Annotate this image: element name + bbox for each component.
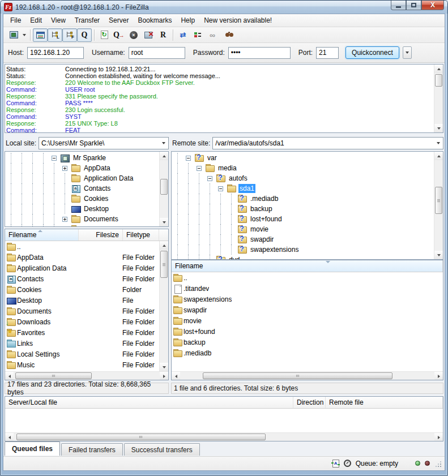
scroll-thumb[interactable] <box>160 179 168 195</box>
scroll-thumb[interactable] <box>160 251 168 278</box>
directory-comparison-button[interactable]: ⇄ <box>176 28 190 42</box>
queue-column-header-remote-file[interactable]: Remote file <box>326 397 443 408</box>
find-files-button[interactable] <box>220 28 234 42</box>
toggle-message-log-button[interactable] <box>33 28 48 42</box>
speed-limits-icon[interactable] <box>344 460 351 467</box>
log-vertical-scrollbar[interactable] <box>434 65 443 132</box>
remote-tree-item-lost-found[interactable]: ?lost+found <box>172 214 433 224</box>
local-list-horizontal-scrollbar[interactable] <box>5 371 168 380</box>
port-input[interactable] <box>316 47 339 59</box>
column-header-filename[interactable]: Filename <box>5 229 79 241</box>
cancel-button[interactable]: × <box>126 28 141 42</box>
file-row-cookies[interactable]: CookiesFolder <box>6 284 159 295</box>
scroll-down-button[interactable] <box>160 218 169 226</box>
file-row-local-settings[interactable]: Local SettingsFile Folder <box>6 349 159 359</box>
synchronized-browsing-button[interactable]: ∞ <box>205 28 220 42</box>
local-tree-item-mr-sparkle[interactable]: Mr Sparkle <box>6 153 159 163</box>
scroll-right-button[interactable] <box>160 372 168 380</box>
file-row-titandev[interactable]: .titandev <box>172 283 442 294</box>
expand-plus-icon[interactable] <box>62 166 67 171</box>
scroll-up-button[interactable] <box>434 152 443 160</box>
process-queue-button[interactable]: Q→ <box>112 28 126 42</box>
scroll-up-button[interactable] <box>160 241 169 250</box>
menu-item-help[interactable]: Help <box>176 15 199 26</box>
scroll-down-button[interactable] <box>434 124 443 132</box>
column-header-filename[interactable]: Filename <box>172 260 443 272</box>
local-tree-item-appdata[interactable]: AppData <box>6 163 159 173</box>
tab-successful-transfers[interactable]: Successful transfers <box>124 443 200 456</box>
remote-tree-item-swapdir[interactable]: ?swapdir <box>172 234 433 245</box>
scroll-up-button[interactable] <box>160 152 169 160</box>
remote-tree-vertical-scrollbar[interactable] <box>434 152 443 259</box>
title-bar[interactable]: Fz 192.168.1.20 - root@192.168.1.20 - Fi… <box>1 1 447 14</box>
queue-column-header-server-local-file[interactable]: Server/Local file <box>5 397 293 408</box>
local-tree-item-contacts[interactable]: Contacts <box>6 183 159 194</box>
local-tree-item-downloads[interactable]: ↓Downloads <box>6 224 159 226</box>
directory-listing-filters-button[interactable] <box>190 28 205 42</box>
menu-item-edit[interactable]: Edit <box>25 15 46 26</box>
toggle-queue-button[interactable]: Q <box>77 28 92 42</box>
local-tree-item-desktop[interactable]: Desktop <box>6 204 159 214</box>
menu-item-file[interactable]: File <box>6 15 25 26</box>
scroll-right-button[interactable] <box>434 372 443 380</box>
remote-site-combo[interactable]: /var/media/autofs/sda1 <box>212 137 443 149</box>
remote-tree-item-media[interactable]: media <box>172 163 433 173</box>
file-row-links[interactable]: LinksFile Folder <box>6 338 159 349</box>
username-input[interactable] <box>129 47 185 59</box>
quickconnect-dropdown-button[interactable] <box>403 46 412 59</box>
site-manager-dropdown[interactable] <box>21 28 28 42</box>
scroll-thumb[interactable] <box>203 372 392 379</box>
file-row-favorites[interactable]: ★FavoritesFile Folder <box>6 327 159 338</box>
remote-tree-item-mediadb[interactable]: ?.mediadb <box>172 194 433 204</box>
scroll-up-button[interactable] <box>434 65 443 73</box>
remote-tree-item-var[interactable]: ?var <box>172 153 433 163</box>
menu-item-new-version-available[interactable]: New version available! <box>199 15 276 26</box>
toggle-local-tree-button[interactable]: L <box>48 28 62 42</box>
scroll-left-button[interactable] <box>172 372 180 380</box>
reconnect-button[interactable]: R <box>156 28 170 42</box>
maximize-button[interactable] <box>406 1 421 10</box>
collapse-minus-icon[interactable] <box>52 156 57 161</box>
local-list-vertical-scrollbar[interactable] <box>159 241 168 371</box>
tab-queued-files[interactable]: Queued files <box>5 441 60 456</box>
file-row-downloads[interactable]: ↓DownloadsFile Folder <box>6 316 159 327</box>
file-row-desktop[interactable]: DesktopFile <box>6 295 159 306</box>
scroll-down-button[interactable] <box>160 363 169 371</box>
queue-horizontal-scrollbar[interactable] <box>5 432 443 441</box>
menu-item-view[interactable]: View <box>46 15 70 26</box>
remote-tree-item-backup[interactable]: ?backup <box>172 204 433 214</box>
file-row-[interactable]: .. <box>172 272 442 283</box>
password-input[interactable] <box>228 47 291 59</box>
expand-plus-icon[interactable] <box>62 217 67 222</box>
resize-grip[interactable] <box>434 460 441 467</box>
file-row-lost-found[interactable]: lost+found <box>172 326 442 337</box>
minimize-button[interactable] <box>391 1 406 10</box>
local-tree-vertical-scrollbar[interactable] <box>159 152 168 226</box>
scroll-right-button[interactable] <box>434 433 443 441</box>
file-row-backup[interactable]: backup <box>172 337 442 348</box>
scroll-left-button[interactable] <box>5 372 14 380</box>
refresh-button[interactable]: ↻ <box>97 28 112 42</box>
remote-tree-item-autofs[interactable]: ?autofs <box>172 173 433 183</box>
local-site-combo[interactable]: C:\Users\Mr Sparkle\ <box>39 137 169 149</box>
local-tree-item-cookies[interactable]: Cookies <box>6 194 159 204</box>
scroll-thumb[interactable] <box>16 434 266 440</box>
collapse-minus-icon[interactable] <box>207 176 212 181</box>
host-input[interactable] <box>27 47 84 59</box>
file-row-mediadb[interactable]: .mediadb <box>172 348 442 358</box>
file-row-[interactable]: .. <box>6 241 159 252</box>
remote-tree-item-movie[interactable]: ?movie <box>172 224 433 234</box>
scroll-thumb[interactable] <box>435 187 442 214</box>
remote-tree-item-dvd[interactable]: ?dvd <box>172 255 433 259</box>
scroll-thumb[interactable] <box>435 74 442 87</box>
file-row-documents[interactable]: DocumentsFile Folder <box>6 306 159 316</box>
scroll-left-button[interactable] <box>5 433 14 441</box>
site-manager-button[interactable] <box>6 28 21 42</box>
collapse-minus-icon[interactable] <box>218 186 223 191</box>
local-site-dropdown-button[interactable] <box>159 138 168 149</box>
collapse-minus-icon[interactable] <box>197 166 202 171</box>
file-row-movie[interactable]: movie <box>172 315 442 326</box>
file-row-application-data[interactable]: Application DataFile Folder <box>6 263 159 273</box>
scroll-down-button[interactable] <box>434 251 443 259</box>
file-row-appdata[interactable]: AppDataFile Folder <box>6 252 159 263</box>
